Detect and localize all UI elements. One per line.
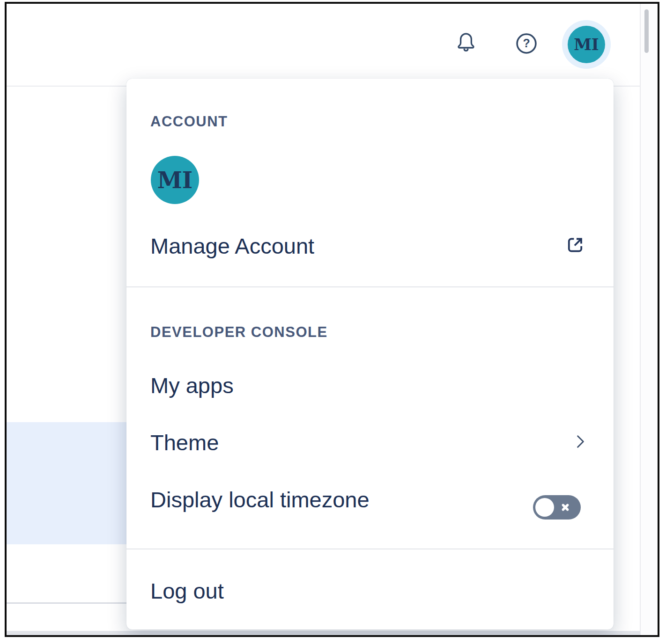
svg-text:?: ? [523,37,530,50]
menu-divider [126,286,614,287]
menu-item-label: Display local timezone [150,487,370,512]
avatar-large-initials: MI [157,167,193,193]
help-button[interactable]: ? [514,31,539,56]
section-heading-account: ACCOUNT [150,113,228,130]
background-footer-strip [7,631,640,635]
menu-item-theme[interactable]: Theme [126,429,614,455]
menu-item-display-local-timezone[interactable]: Display local timezone [126,486,614,512]
menu-item-label: Manage Account [150,233,314,259]
menu-item-label: Log out [150,578,224,604]
bell-icon [455,48,477,55]
chevron-right-icon [570,432,590,454]
avatar-large: MI [151,156,199,204]
background-row-divider [7,602,127,604]
notifications-button[interactable] [455,31,477,53]
timezone-toggle[interactable] [533,495,581,520]
toggle-off-x-icon [560,502,570,514]
toggle-knob [535,498,554,517]
section-heading-developer-console: DEVELOPER CONSOLE [150,324,328,341]
account-dropdown-menu: ACCOUNT MI Manage Account DEVELOPER CONS… [126,79,614,629]
scrollbar-track-border [640,4,641,635]
menu-item-my-apps[interactable]: My apps [126,372,614,398]
account-avatar-button[interactable]: MI [562,20,611,69]
app-window: ? MI ACCOUNT MI Manage Account [5,2,659,637]
avatar-initials: MI [574,35,599,54]
menu-item-label: Theme [150,430,219,455]
background-selected-row [7,422,127,544]
menu-item-label: My apps [150,373,234,398]
scrollbar-track [641,4,658,635]
menu-divider [126,549,614,549]
menu-item-manage-account[interactable]: Manage Account [126,233,614,259]
question-mark-icon: ? [514,50,539,57]
scrollbar-thumb[interactable] [644,9,649,53]
external-link-icon [564,234,586,258]
menu-item-log-out[interactable]: Log out [126,578,614,604]
avatar: MI [568,26,605,63]
